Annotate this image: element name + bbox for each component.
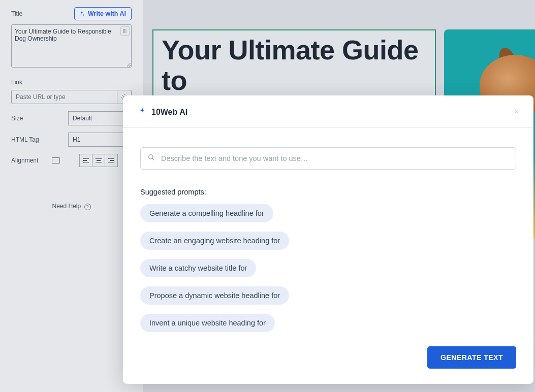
link-row: Link <box>11 79 132 104</box>
link-input-group <box>11 90 132 104</box>
align-right-button[interactable] <box>105 154 118 167</box>
suggested-prompts-label: Suggested prompts: <box>140 188 516 196</box>
dynamic-tags-icon[interactable] <box>120 26 130 36</box>
prompt-input-wrap <box>140 147 516 170</box>
heading-text: Your Ultimate Guide to <box>162 35 427 96</box>
sparkle-icon <box>138 107 146 117</box>
title-row: Title Write with AI <box>0 0 143 24</box>
generate-text-button[interactable]: GENERATE TEXT <box>427 346 516 369</box>
help-icon: ? <box>84 204 91 210</box>
editor-sidebar: Title Write with AI Link Size Default HT… <box>0 0 143 392</box>
modal-body: Suggested prompts: Generate a compelling… <box>123 128 533 384</box>
need-help[interactable]: Need Help ? <box>0 203 143 210</box>
sparkle-icon <box>79 11 85 17</box>
link-label: Link <box>11 79 132 86</box>
align-left-button[interactable] <box>79 154 92 167</box>
close-icon[interactable]: × <box>512 105 521 119</box>
suggested-prompts-list: Generate a compelling headline for Creat… <box>140 204 516 332</box>
alignment-buttons <box>79 154 118 167</box>
heading-widget[interactable]: Your Ultimate Guide to <box>152 29 436 101</box>
svg-point-1 <box>123 31 124 32</box>
title-label: Title <box>11 10 22 17</box>
suggested-prompt[interactable]: Create an engaging website heading for <box>140 232 289 250</box>
title-textarea-wrap <box>11 24 132 70</box>
modal-header: 10Web AI × <box>123 95 533 128</box>
title-textarea[interactable] <box>11 24 132 68</box>
modal-title: 10Web AI <box>151 108 187 117</box>
modal-footer: GENERATE TEXT <box>427 346 516 369</box>
write-with-ai-button[interactable]: Write with AI <box>74 7 132 20</box>
device-desktop-icon[interactable] <box>52 157 60 164</box>
alignment-label: Alignment <box>11 157 52 164</box>
write-with-ai-label: Write with AI <box>88 10 126 17</box>
prompt-input[interactable] <box>161 154 509 162</box>
size-label: Size <box>11 115 68 122</box>
suggested-prompt[interactable]: Invent a unique website heading for <box>140 314 275 332</box>
html-tag-label: HTML Tag <box>11 136 68 143</box>
align-center-button[interactable] <box>92 154 105 167</box>
svg-point-0 <box>123 29 124 30</box>
need-help-label: Need Help <box>52 203 81 210</box>
ai-modal: 10Web AI × Suggested prompts: Generate a… <box>123 95 533 384</box>
svg-point-3 <box>149 155 153 159</box>
suggested-prompt[interactable]: Generate a compelling headline for <box>140 204 273 222</box>
suggested-prompt[interactable]: Write a catchy website title for <box>140 259 256 277</box>
suggested-prompt[interactable]: Propose a dynamic website headline for <box>140 286 289 305</box>
search-icon <box>148 154 155 163</box>
link-input[interactable] <box>11 90 117 104</box>
